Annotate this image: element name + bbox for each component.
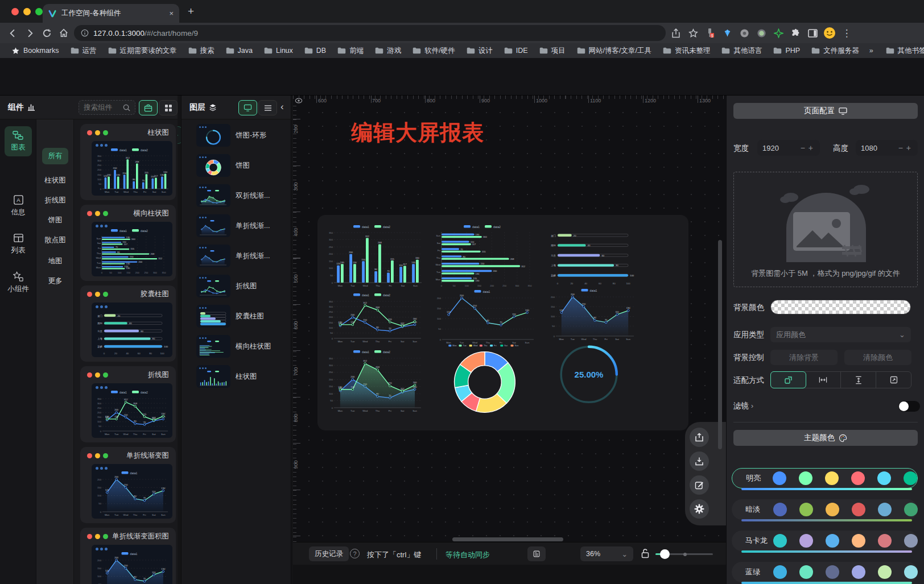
- widget-area-chart[interactable]: data1data2050100150200250300350120200150…: [325, 349, 423, 413]
- increment-button[interactable]: +: [905, 143, 913, 152]
- tab-close-icon[interactable]: ×: [169, 9, 174, 18]
- theme-color-dot[interactable]: [826, 534, 839, 548]
- category-line[interactable]: 折线图: [36, 196, 74, 205]
- fit-height-button[interactable]: [841, 372, 876, 388]
- theme-color-dot[interactable]: [877, 471, 891, 485]
- widget-single-line-chart[interactable]: data10501001502001202001508070110130MonT…: [434, 289, 536, 345]
- decrement-button[interactable]: −: [799, 143, 807, 152]
- bookmark-folder[interactable]: 搜索: [184, 45, 219, 57]
- category-pie[interactable]: 饼图: [36, 216, 74, 225]
- rail-item-list[interactable]: 列表: [5, 229, 32, 259]
- zoom-select[interactable]: 36%⌄: [580, 546, 633, 561]
- bookmarks-overflow-icon[interactable]: »: [866, 47, 877, 55]
- layer-item[interactable]: 饼图: [196, 154, 250, 177]
- settings-gear-icon[interactable]: [690, 499, 709, 519]
- fit-scale-button[interactable]: [770, 371, 806, 388]
- category-more[interactable]: 更多: [36, 276, 74, 286]
- component-card-capsule[interactable]: 胶囊柱图 厦门20南阳40北京60上海80新疆100020406080100: [80, 285, 176, 362]
- help-icon[interactable]: ?: [350, 549, 360, 558]
- theme-color-dot[interactable]: [826, 503, 839, 516]
- browser-tab[interactable]: 工作空间-各种组件 ×: [43, 4, 179, 23]
- theme-color-header[interactable]: 主题颜色: [733, 430, 918, 446]
- bookmark-folder[interactable]: 其他语言: [717, 45, 766, 57]
- side-panel-icon[interactable]: [806, 26, 819, 40]
- bookmark-folder[interactable]: PHP: [769, 45, 805, 57]
- filter-expand-icon[interactable]: ›: [751, 401, 754, 410]
- single-view-toggle[interactable]: [139, 100, 158, 115]
- address-bar[interactable]: 127.0.0.1:3000/#/chart/home/9: [74, 25, 666, 41]
- extension-icon[interactable]: [737, 26, 751, 40]
- theme-color-dot[interactable]: [799, 565, 813, 579]
- theme-color-dot[interactable]: [799, 503, 813, 516]
- bookmark-folder[interactable]: DB: [300, 45, 331, 57]
- layer-item[interactable]: 双折线渐...: [196, 184, 270, 207]
- gem-extension-icon[interactable]: [720, 26, 734, 40]
- layers-list-toggle[interactable]: [258, 100, 277, 115]
- theme-color-dot[interactable]: [773, 534, 787, 548]
- browser-menu-icon[interactable]: ⋮: [840, 26, 853, 40]
- bookmark-star-icon[interactable]: [686, 26, 700, 40]
- bookmarks-star[interactable]: Bookmarks: [7, 45, 64, 56]
- layer-item[interactable]: 折线图: [196, 275, 257, 297]
- fit-width-button[interactable]: [806, 372, 841, 388]
- bookmark-folder[interactable]: IDE: [500, 45, 533, 57]
- layers-thumbnail-toggle[interactable]: [238, 100, 257, 115]
- theme-color-dot[interactable]: [799, 471, 812, 485]
- grid-view-toggle[interactable]: [159, 100, 178, 115]
- theme-color-dot[interactable]: [904, 503, 918, 516]
- bookmark-folder[interactable]: 网站/博客/文章/工具: [572, 45, 656, 57]
- theme-row-dim[interactable]: 暗淡: [733, 499, 918, 522]
- theme-color-dot[interactable]: [773, 471, 786, 485]
- vertical-scrollbar[interactable]: [718, 240, 722, 449]
- back-icon[interactable]: [6, 26, 19, 40]
- clear-color-button[interactable]: 清除颜色: [844, 350, 911, 365]
- bookmark-folder[interactable]: 游戏: [370, 45, 406, 57]
- category-all[interactable]: 所有: [42, 148, 68, 164]
- profile-avatar[interactable]: [823, 26, 836, 40]
- theme-row-bright[interactable]: 明亮: [733, 468, 918, 491]
- dashboard-preview[interactable]: data1data2050100150200250300350120200150…: [317, 215, 688, 430]
- share-icon[interactable]: [669, 26, 683, 40]
- theme-color-dot[interactable]: [826, 565, 839, 579]
- app-type-select[interactable]: 应用颜色 ⌄: [770, 327, 911, 342]
- width-value[interactable]: 1920: [762, 144, 799, 152]
- bookmark-folder[interactable]: 项目: [535, 45, 570, 57]
- collapse-panel-icon[interactable]: ‹: [280, 101, 284, 113]
- height-input[interactable]: 1080 − +: [856, 140, 918, 156]
- width-input[interactable]: 1920 − +: [757, 140, 820, 156]
- theme-color-dot[interactable]: [852, 503, 865, 516]
- editor-canvas[interactable]: 600 700 800 900 1000 1100 1200 1300 200 …: [293, 96, 726, 584]
- theme-color-dot[interactable]: [852, 534, 865, 548]
- horizontal-scrollbar[interactable]: [452, 537, 563, 541]
- search-input[interactable]: [79, 100, 135, 115]
- widget-line-chart[interactable]: data1data2050100150200250300350120200150…: [325, 292, 423, 343]
- theme-color-dot[interactable]: [773, 503, 787, 516]
- theme-color-dot[interactable]: [878, 565, 892, 579]
- widget-hbar-chart[interactable]: data1data2050100150200250300350Sun130160…: [434, 224, 536, 288]
- pin-extension-icon[interactable]: g: [703, 26, 717, 40]
- rail-item-widgets[interactable]: 小组件: [5, 267, 32, 298]
- minimize-window-button[interactable]: [23, 8, 31, 15]
- theme-color-dot[interactable]: [799, 534, 813, 548]
- reload-icon[interactable]: [40, 26, 53, 40]
- maximize-window-button[interactable]: [35, 8, 43, 15]
- category-map[interactable]: 地图: [36, 256, 74, 266]
- rail-item-charts[interactable]: 图表: [5, 126, 32, 156]
- slider-knob[interactable]: [660, 549, 670, 559]
- component-card-line[interactable]: 折线图 data1data205010015020025030035012020…: [80, 366, 176, 442]
- layer-item[interactable]: 横向柱状图: [196, 335, 271, 358]
- theme-color-dot[interactable]: [878, 503, 892, 516]
- widget-bar-chart[interactable]: data1data2050100150200250300350120200150…: [325, 224, 423, 288]
- theme-color-dot[interactable]: [904, 565, 918, 579]
- zoom-slider[interactable]: [655, 553, 713, 555]
- category-bar[interactable]: 柱状图: [36, 176, 74, 185]
- history-button[interactable]: 历史记录: [309, 546, 349, 561]
- theme-color-dot[interactable]: [773, 565, 787, 579]
- bookmark-folder[interactable]: 资讯未整理: [658, 45, 715, 57]
- layer-item[interactable]: 柱状图: [196, 365, 257, 388]
- close-window-button[interactable]: [11, 8, 19, 15]
- new-tab-button[interactable]: +: [188, 6, 194, 16]
- decrement-button[interactable]: −: [897, 143, 905, 152]
- bookmark-folder[interactable]: 文件服务器: [807, 45, 864, 57]
- increment-button[interactable]: +: [807, 143, 815, 152]
